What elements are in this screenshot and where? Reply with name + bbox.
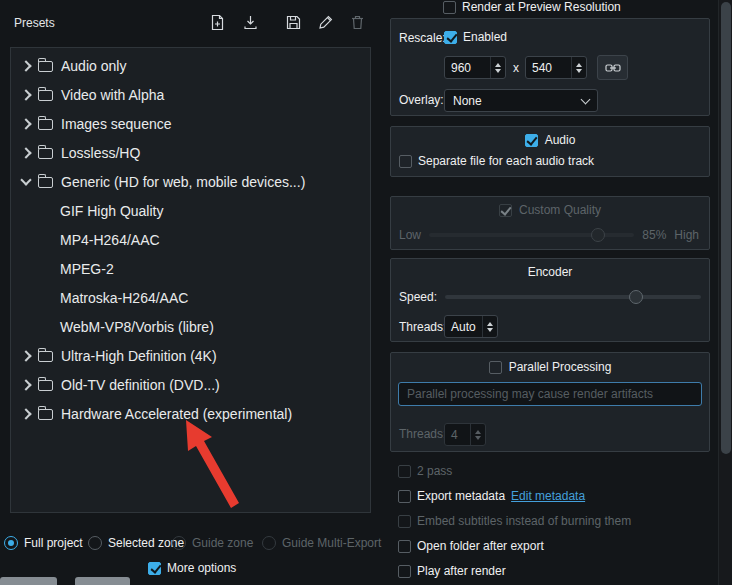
preset-folder-audio-only[interactable]: Audio only (11, 51, 370, 80)
play-after-render-checkbox[interactable]: Play after render (398, 564, 506, 578)
new-preset-icon (209, 14, 226, 31)
folder-icon (38, 119, 53, 130)
checkbox-label: Embed subtitles instead of burning them (417, 514, 631, 528)
folder-icon (38, 90, 53, 101)
rescale-width-spinbox[interactable]: 960 (444, 56, 506, 79)
chevron-right-icon[interactable] (20, 408, 31, 419)
encoder-group-title: Encoder (391, 265, 709, 279)
quality-value: 85% (642, 228, 666, 242)
vertical-scrollbar[interactable] (718, 0, 732, 585)
lock-aspect-ratio-button[interactable] (597, 55, 628, 80)
folder-icon (38, 61, 53, 72)
checkbox-icon[interactable] (443, 1, 456, 14)
checkbox-label: 2 pass (417, 464, 452, 478)
preset-label: MPEG-2 (60, 261, 114, 277)
presets-panel-title: Presets (14, 16, 55, 30)
separate-audio-checkbox[interactable]: Separate file for each audio track (399, 154, 594, 168)
quality-high-label: High (674, 228, 699, 242)
spinbox-value: Auto (451, 320, 476, 334)
chevron-down-icon[interactable] (20, 174, 31, 185)
preset-item-mpeg2[interactable]: MPEG-2 (11, 254, 370, 283)
preset-label: Audio only (61, 58, 126, 74)
scrollbar-thumb[interactable] (721, 2, 731, 454)
preset-folder-lossless[interactable]: Lossless/HQ (11, 138, 370, 167)
preset-item-mp4[interactable]: MP4-H264/AAC (11, 225, 370, 254)
spinner-arrows-icon[interactable] (490, 57, 505, 78)
preset-folder-video-alpha[interactable]: Video with Alpha (11, 80, 370, 109)
checkbox-label: Play after render (417, 564, 506, 578)
radio-guide-zone: Guide zone (172, 536, 253, 550)
preset-folder-images-sequence[interactable]: Images sequence (11, 109, 370, 138)
presets-tree: Audio only Video with Alpha Images seque… (10, 47, 371, 513)
radio-icon[interactable] (4, 536, 18, 550)
edit-preset-button[interactable] (314, 11, 336, 33)
spinbox-value: 960 (451, 61, 471, 75)
new-preset-button[interactable] (206, 11, 228, 33)
spinner-arrows-icon[interactable] (482, 316, 497, 337)
export-metadata-row: Export metadata Edit metadata (398, 489, 585, 503)
checkbox-icon[interactable] (398, 565, 411, 578)
checkbox-label: Open folder after export (417, 539, 544, 553)
encoder-threads-spinbox[interactable]: Auto (444, 315, 498, 338)
chevron-right-icon[interactable] (20, 60, 31, 71)
slider-handle (591, 228, 605, 242)
rescale-height-spinbox[interactable]: 540 (525, 56, 587, 79)
chevron-right-icon[interactable] (20, 350, 31, 361)
checkbox-label: Enabled (463, 30, 507, 44)
more-options-checkbox[interactable]: More options (148, 561, 236, 575)
preset-item-webm[interactable]: WebM-VP8/Vorbis (libre) (11, 312, 370, 341)
chevron-right-icon[interactable] (20, 89, 31, 100)
chevron-right-icon[interactable] (20, 118, 31, 129)
preset-folder-generic[interactable]: Generic (HD for web, mobile devices...) (11, 167, 370, 196)
parallel-warning-input (398, 382, 702, 406)
preset-folder-oldtv[interactable]: Old-TV definition (DVD...) (11, 370, 370, 399)
quality-slider-row: Low 85% High (399, 227, 699, 243)
radio-icon[interactable] (88, 536, 102, 550)
preset-label: Matroska-H264/AAC (60, 290, 188, 306)
spinner-arrows-icon (470, 424, 485, 445)
trash-icon (349, 14, 366, 31)
spinner-arrows-icon[interactable] (571, 57, 586, 78)
preset-item-gif[interactable]: GIF High Quality (11, 196, 370, 225)
cutoff-button-left[interactable] (0, 577, 57, 585)
audio-checkbox[interactable]: Audio (391, 133, 709, 147)
checkbox-icon[interactable] (444, 31, 457, 44)
checkbox-label: Parallel Processing (509, 360, 612, 374)
cutoff-button-right[interactable] (75, 577, 130, 585)
rescale-group: Rescale: Enabled 960 x 540 Overlay: None (390, 18, 710, 116)
checkbox-icon[interactable] (398, 540, 411, 553)
parallel-processing-checkbox[interactable]: Parallel Processing (391, 360, 709, 374)
delete-preset-button[interactable] (346, 11, 368, 33)
checkbox-label: Audio (545, 133, 576, 147)
overlay-dropdown[interactable]: None (444, 89, 598, 112)
custom-quality-checkbox: Custom Quality (391, 203, 709, 217)
checkbox-icon[interactable] (489, 361, 502, 374)
chevron-right-icon[interactable] (20, 379, 31, 390)
speed-row: Speed: (399, 289, 701, 305)
preset-folder-uhd[interactable]: Ultra-High Definition (4K) (11, 341, 370, 370)
speed-slider[interactable] (445, 289, 701, 305)
preset-item-matroska[interactable]: Matroska-H264/AAC (11, 283, 370, 312)
preset-folder-hardware-accelerated[interactable]: Hardware Accelerated (experimental) (11, 399, 370, 428)
radio-selected-zone[interactable]: Selected zone (88, 536, 184, 550)
open-folder-checkbox[interactable]: Open folder after export (398, 539, 544, 553)
checkbox-icon[interactable] (399, 155, 412, 168)
preset-label: Video with Alpha (61, 87, 164, 103)
radio-full-project[interactable]: Full project (4, 536, 83, 550)
folder-icon (38, 148, 53, 159)
checkbox-icon[interactable] (525, 134, 538, 147)
rescale-enabled-checkbox[interactable]: Enabled (444, 30, 507, 44)
slider-groove[interactable] (445, 295, 701, 299)
preset-label: Lossless/HQ (61, 145, 140, 161)
save-preset-icon (285, 14, 302, 31)
chevron-right-icon[interactable] (20, 147, 31, 158)
slider-handle[interactable] (629, 290, 643, 304)
save-preset-button[interactable] (282, 11, 304, 33)
download-preset-button[interactable] (239, 11, 261, 33)
checkbox-icon[interactable] (398, 490, 411, 503)
render-preview-resolution-checkbox[interactable]: Render at Preview Resolution (443, 0, 621, 14)
checkbox-icon[interactable] (148, 562, 161, 575)
edit-metadata-link[interactable]: Edit metadata (511, 489, 585, 503)
folder-icon (38, 409, 53, 420)
link-aspect-ratio-icon (605, 63, 621, 73)
